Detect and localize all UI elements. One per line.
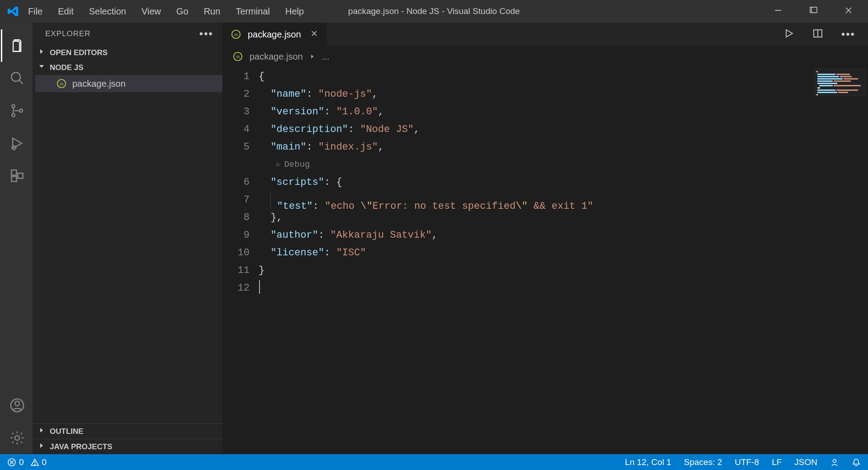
editor-tab-label: package.json [248,29,301,40]
section-java-projects[interactable]: JAVA PROJECTS [33,439,222,454]
codelens-debug[interactable]: ▷Debug [259,156,868,174]
svg-point-6 [19,109,23,113]
svg-rect-8 [11,170,16,175]
menu-help[interactable]: Help [285,6,304,17]
activity-explorer[interactable] [1,29,33,62]
svg-point-13 [15,436,19,440]
status-feedback-icon[interactable] [830,458,839,467]
svg-rect-22 [816,71,818,72]
svg-rect-36 [836,89,858,91]
status-errors-count: 0 [19,457,24,467]
svg-point-4 [12,105,15,108]
activity-settings[interactable] [1,422,33,454]
minimap[interactable] [811,67,868,454]
line-number: 5 [222,138,250,156]
svg-rect-31 [817,83,837,84]
minimize-button[interactable] [771,6,785,17]
breadcrumb[interactable]: JS package.json ... [222,46,868,67]
maximize-button[interactable] [807,6,820,17]
section-open-editors-label: OPEN EDITORS [50,48,108,57]
menu-bar: File Edit Selection View Go Run Terminal… [28,6,304,17]
svg-point-12 [15,401,19,406]
line-number: 6 [222,174,250,191]
minimap-thumb [814,69,866,96]
section-project[interactable]: NODE JS [33,60,222,75]
window-title: package.json - Node JS - Visual Studio C… [348,6,520,16]
status-language[interactable]: JSON [794,457,817,467]
line-number: 12 [222,279,250,297]
line-number: 9 [222,226,250,244]
file-tree-item[interactable]: JS package.json [35,75,222,92]
breadcrumb-file: package.json [250,52,303,62]
code-area[interactable]: { "name": "node-js", "version": "1.0.0",… [259,67,868,454]
line-number: 10 [222,244,250,262]
editor-group: JS package.json ••• JS packa [222,23,868,454]
activity-run-debug[interactable] [1,127,33,160]
title-bar: File Edit Selection View Go Run Terminal… [0,0,868,23]
section-open-editors[interactable]: OPEN EDITORS [33,45,222,60]
file-tree-item-label: package.json [72,79,126,89]
activity-bar [0,23,33,454]
svg-rect-37 [817,92,837,93]
line-gutter: 1 2 3 4 5 6 7 8 9 10 11 12 [222,67,259,454]
editor[interactable]: 1 2 3 4 5 6 7 8 9 10 11 12 { "name": "no… [222,67,868,454]
svg-rect-9 [11,176,16,181]
close-button[interactable] [842,6,855,17]
json-file-icon: JS [232,51,243,62]
json-file-icon: JS [56,78,67,89]
menu-terminal[interactable]: Terminal [236,6,270,17]
status-bar: 0 0 Ln 12, Col 1 Spaces: 2 UTF-8 LF JSON [0,454,868,470]
split-editor-icon[interactable] [812,28,823,41]
menu-file[interactable]: File [28,6,42,17]
line-number: 1 [222,68,250,85]
svg-rect-2 [811,7,817,13]
svg-point-3 [11,72,20,81]
status-eol[interactable]: LF [772,457,782,467]
line-number: 11 [222,262,250,279]
status-indent[interactable]: Spaces: 2 [684,457,722,467]
chevron-right-icon [309,52,316,62]
section-java-label: JAVA PROJECTS [50,442,113,451]
line-number: 7 [222,191,250,209]
chevron-right-icon [38,442,46,451]
editor-tab[interactable]: JS package.json [222,23,327,46]
status-cursor[interactable]: Ln 12, Col 1 [625,457,671,467]
svg-rect-10 [18,173,23,178]
run-icon[interactable] [783,28,794,41]
status-bell-icon[interactable] [852,458,861,467]
more-actions-icon[interactable]: ••• [841,28,855,41]
svg-point-5 [12,114,15,117]
menu-run[interactable]: Run [204,6,221,17]
status-encoding[interactable]: UTF-8 [735,457,759,467]
svg-text:JS: JS [234,33,238,37]
svg-point-43 [833,459,836,462]
status-warnings-count: 0 [42,457,47,467]
section-outline[interactable]: OUTLINE [33,423,222,439]
svg-rect-28 [844,78,858,80]
activity-source-control[interactable] [1,94,33,127]
menu-view[interactable]: View [142,6,161,17]
editor-actions: ••• [783,23,868,46]
tabs-row: JS package.json ••• [222,23,868,46]
svg-rect-25 [817,76,839,77]
activity-extensions[interactable] [1,160,33,192]
svg-rect-24 [836,74,850,75]
svg-rect-30 [834,80,851,82]
svg-rect-23 [817,74,835,75]
svg-text:JS: JS [60,82,64,86]
status-warnings[interactable]: 0 [30,457,47,467]
menu-go[interactable]: Go [176,6,189,17]
activity-search[interactable] [1,62,33,94]
menu-selection[interactable]: Selection [89,6,126,17]
svg-point-42 [34,464,35,465]
window-controls [771,6,868,17]
sidebar-more-icon[interactable]: ••• [199,28,213,40]
status-errors[interactable]: 0 [7,457,24,467]
close-tab-icon[interactable] [310,29,318,40]
svg-rect-27 [817,78,843,80]
menu-edit[interactable]: Edit [58,6,73,17]
sidebar-title: EXPLORER [45,29,91,38]
svg-rect-0 [775,10,781,11]
svg-rect-38 [838,92,848,93]
activity-account[interactable] [1,389,33,422]
